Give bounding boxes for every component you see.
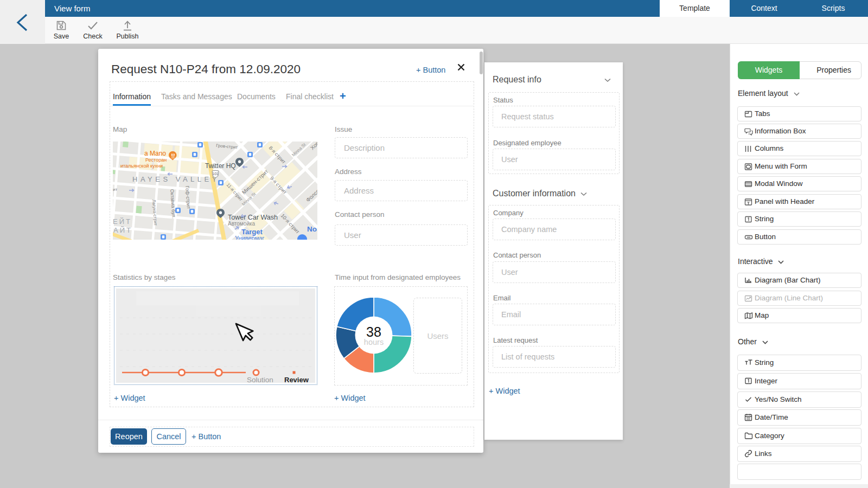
svg-text:Tower Car Wash: Tower Car Wash — [228, 214, 278, 221]
svg-text:ит: ит — [113, 187, 117, 192]
svg-text:ЕЙТ: ЕЙТ — [113, 217, 132, 226]
svg-text:hours: hours — [364, 338, 384, 346]
svg-text:АЙТ: АЙТ — [113, 226, 132, 234]
svg-text:Автомойка: Автомойка — [228, 221, 255, 227]
svg-text:HAYES VALLEY: HAYES VALLEY — [132, 175, 220, 183]
svg-text:Twitter HQ: Twitter HQ — [205, 162, 236, 170]
svg-text:Универмаг: Универмаг — [235, 235, 264, 240]
svg-text:a Mano: a Mano — [144, 150, 166, 157]
svg-text:101: 101 — [213, 172, 219, 176]
svg-text:38: 38 — [366, 324, 381, 339]
svg-text:Ресторан: Ресторан — [145, 157, 167, 163]
svg-text:Review: Review — [284, 376, 309, 384]
svg-text:Nor: Nor — [307, 225, 317, 233]
svg-text:Solution: Solution — [247, 376, 273, 384]
svg-text:итальянской кухни: итальянской кухни — [120, 163, 163, 169]
